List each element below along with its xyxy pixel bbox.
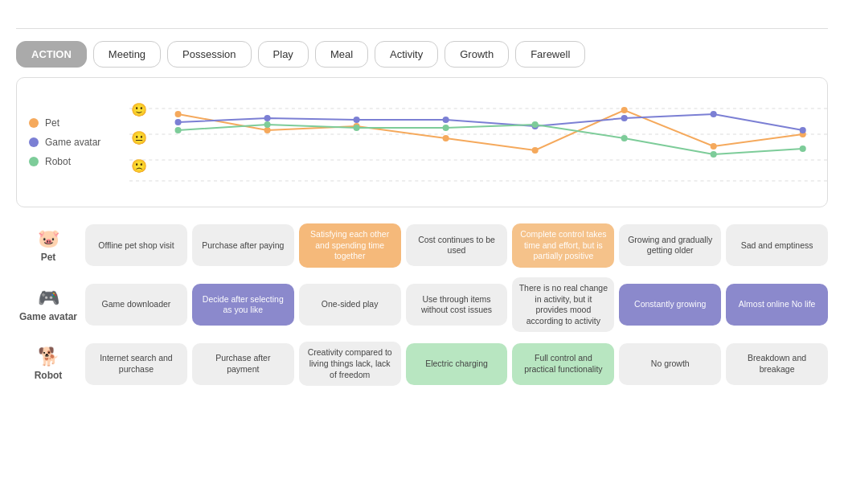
journey-chart: 🙂 😐 🙁 bbox=[129, 86, 827, 199]
animal-icon: 🐕 bbox=[38, 346, 59, 367]
row-label-text: Game avatar bbox=[19, 311, 77, 322]
svg-point-29 bbox=[711, 151, 717, 158]
journey-card: Use through items without cost issues bbox=[406, 284, 508, 326]
journey-card: Almost online No life bbox=[726, 284, 828, 326]
svg-point-22 bbox=[800, 127, 806, 133]
journey-row-game-avatar: 🎮Game avatarGame downloaderDecide after … bbox=[16, 277, 828, 333]
action-pill-action[interactable]: ACTION bbox=[16, 41, 87, 68]
svg-text:😐: 😐 bbox=[131, 130, 148, 145]
svg-point-30 bbox=[800, 145, 806, 152]
action-pill-growth[interactable]: Growth bbox=[445, 41, 509, 68]
svg-point-26 bbox=[443, 125, 449, 131]
legend-item-game-avatar: Game avatar bbox=[29, 137, 117, 148]
journey-section: 🐷PetOffline pet shop visitPurchase after… bbox=[16, 223, 828, 386]
action-pill-meeting[interactable]: Meeting bbox=[93, 41, 161, 68]
journey-card: Full control and practical functionality bbox=[512, 343, 614, 385]
journey-row-pet: 🐷PetOffline pet shop visitPurchase after… bbox=[16, 223, 828, 268]
journey-card: One-sided play bbox=[299, 284, 401, 326]
journey-card: Constantly growing bbox=[619, 284, 721, 326]
journey-card: Electric charging bbox=[406, 343, 508, 385]
row-label-pet: 🐷Pet bbox=[16, 228, 80, 263]
svg-text:🙁: 🙁 bbox=[131, 158, 148, 174]
journey-card: Creativity compared to living things lac… bbox=[299, 342, 401, 386]
journey-card: No growth bbox=[619, 343, 721, 385]
svg-point-12 bbox=[621, 107, 628, 113]
divider bbox=[16, 28, 828, 29]
action-pill-meal[interactable]: Meal bbox=[315, 41, 368, 68]
svg-point-25 bbox=[354, 125, 360, 131]
animal-icon: 🐷 bbox=[38, 228, 59, 249]
svg-point-24 bbox=[264, 121, 271, 128]
row-label-game-avatar: 🎮Game avatar bbox=[16, 288, 80, 322]
journey-card: Purchase after paying bbox=[192, 224, 294, 266]
svg-point-15 bbox=[175, 119, 182, 125]
journey-card: Complete control takes time and effort, … bbox=[512, 223, 614, 268]
journey-card: Satisfying each other and spending time … bbox=[299, 223, 401, 268]
row-label-robot: 🐕Robot bbox=[16, 346, 80, 381]
animal-icon: 🎮 bbox=[38, 288, 59, 309]
svg-point-27 bbox=[532, 121, 539, 128]
svg-point-18 bbox=[443, 117, 449, 123]
legend-dot bbox=[29, 137, 39, 147]
svg-point-21 bbox=[711, 111, 717, 117]
action-pill-play[interactable]: Play bbox=[258, 41, 309, 68]
chart-legend: PetGame avatarRobot bbox=[17, 86, 129, 199]
legend-label: Pet bbox=[45, 117, 59, 129]
cards-row: Offline pet shop visitPurchase after pay… bbox=[85, 223, 828, 268]
legend-item-pet: Pet bbox=[29, 117, 117, 129]
journey-card: Breakdown and breakage bbox=[726, 343, 828, 385]
journey-row-robot: 🐕RobotInternet search and purchasePurcha… bbox=[16, 342, 828, 386]
legend-item-robot: Robot bbox=[29, 156, 117, 167]
legend-label: Robot bbox=[45, 156, 71, 167]
svg-point-20 bbox=[621, 115, 628, 121]
svg-point-28 bbox=[621, 135, 628, 141]
journey-card: Purchase after payment bbox=[192, 343, 294, 385]
journey-card: There is no real change in activity, but… bbox=[512, 277, 614, 333]
cards-row: Game downloaderDecide after selecting as… bbox=[85, 277, 828, 333]
journey-card: Sad and emptiness bbox=[726, 224, 828, 266]
svg-point-11 bbox=[532, 147, 539, 154]
svg-point-23 bbox=[175, 127, 182, 133]
action-pill-activity[interactable]: Activity bbox=[375, 41, 438, 68]
journey-card: Game downloader bbox=[85, 284, 187, 326]
svg-point-13 bbox=[711, 143, 717, 150]
svg-point-16 bbox=[264, 115, 271, 121]
legend-dot bbox=[29, 118, 39, 128]
action-pill-possession[interactable]: Possession bbox=[167, 41, 251, 68]
journey-card: Growing and gradually getting older bbox=[619, 224, 721, 266]
svg-point-17 bbox=[354, 117, 360, 123]
row-label-text: Robot bbox=[35, 370, 63, 381]
journey-card: Cost continues to be used bbox=[406, 224, 508, 266]
row-label-text: Pet bbox=[41, 252, 56, 263]
chart-container: PetGame avatarRobot 🙂 😐 🙁 bbox=[16, 77, 828, 207]
journey-card: Offline pet shop visit bbox=[85, 224, 187, 266]
action-pill-farewell[interactable]: Farewell bbox=[515, 41, 585, 68]
svg-point-10 bbox=[443, 135, 449, 141]
svg-point-7 bbox=[175, 111, 182, 117]
cards-row: Internet search and purchasePurchase aft… bbox=[85, 342, 828, 386]
svg-point-8 bbox=[264, 127, 271, 133]
chart-area: 🙂 😐 🙁 bbox=[129, 86, 827, 199]
journey-card: Internet search and purchase bbox=[85, 343, 187, 385]
legend-label: Game avatar bbox=[45, 137, 100, 148]
legend-dot bbox=[29, 157, 39, 166]
svg-text:🙂: 🙂 bbox=[131, 102, 148, 117]
journey-card: Decide after selecting as you like bbox=[192, 284, 294, 326]
action-row: ACTIONMeetingPossessionPlayMealActivityG… bbox=[16, 41, 828, 68]
